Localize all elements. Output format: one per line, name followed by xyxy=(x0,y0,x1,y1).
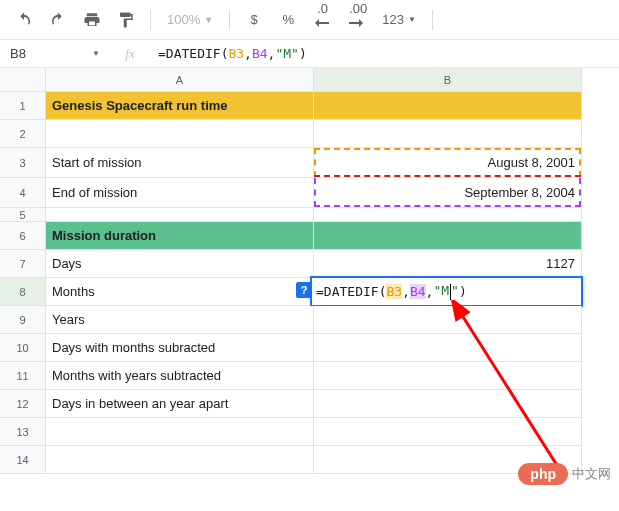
toolbar-separator xyxy=(150,10,151,30)
row-header-11[interactable]: 11 xyxy=(0,362,46,390)
cell-a14[interactable] xyxy=(46,446,314,474)
cell-text: Months xyxy=(52,284,95,299)
cell-a11[interactable]: Months with years subtracted xyxy=(46,362,314,390)
cell-editor[interactable]: = DATEDIF ( B3 , B4 , "M" ) xyxy=(310,276,583,307)
cell-b9[interactable] xyxy=(314,306,582,334)
row-header-9[interactable]: 9 xyxy=(0,306,46,334)
cell-b8[interactable]: ? = DATEDIF ( B3 , B4 , "M" ) xyxy=(314,278,582,306)
cell-a2[interactable] xyxy=(46,120,314,148)
format-percent-button[interactable]: % xyxy=(274,6,302,34)
editor-string: "M" xyxy=(433,283,458,300)
cell-a6[interactable]: Mission duration xyxy=(46,222,314,250)
spreadsheet-grid: A B 1 Genesis Spacecraft run time 2 3 St… xyxy=(0,68,619,474)
formula-ref2: B4 xyxy=(252,46,268,61)
cell-a8[interactable]: Months xyxy=(46,278,314,306)
more-formats-dropdown[interactable]: 123 ▼ xyxy=(376,6,422,34)
formula-ref1: B3 xyxy=(228,46,244,61)
cell-a3[interactable]: Start of mission xyxy=(46,148,314,178)
editor-equals: = xyxy=(316,284,324,299)
cell-a10[interactable]: Days with months subracted xyxy=(46,334,314,362)
cell-text: August 8, 2001 xyxy=(488,155,575,170)
active-cell-name: B8 xyxy=(10,46,92,61)
cell-text: 1127 xyxy=(546,256,575,271)
toolbar-separator xyxy=(229,10,230,30)
select-all-corner[interactable] xyxy=(0,68,46,92)
row-header-3[interactable]: 3 xyxy=(0,148,46,178)
format-currency-button[interactable]: $ xyxy=(240,6,268,34)
text-cursor xyxy=(450,284,451,300)
row-header-13[interactable]: 13 xyxy=(0,418,46,446)
cell-text: Mission duration xyxy=(52,228,156,243)
formula-comma: , xyxy=(268,46,276,61)
row-header-2[interactable]: 2 xyxy=(0,120,46,148)
chevron-down-icon: ▼ xyxy=(408,15,416,24)
cell-b12[interactable] xyxy=(314,390,582,418)
cell-text: Days xyxy=(52,256,82,271)
cell-b13[interactable] xyxy=(314,418,582,446)
namebox-row: B8 ▼ fx = DATEDIF ( B3 , B4 , "M" ) xyxy=(0,40,619,68)
cell-b1[interactable] xyxy=(314,92,582,120)
cell-a9[interactable]: Years xyxy=(46,306,314,334)
chevron-down-icon: ▼ xyxy=(92,49,100,58)
name-box[interactable]: B8 ▼ xyxy=(0,40,110,67)
row-header-1[interactable]: 1 xyxy=(0,92,46,120)
formula-bar[interactable]: = DATEDIF ( B3 , B4 , "M" ) xyxy=(150,40,619,67)
fx-icon: fx xyxy=(110,46,150,62)
decrease-decimal-button[interactable]: .0 xyxy=(308,6,336,34)
cell-a5[interactable] xyxy=(46,208,314,222)
cell-text: Genesis Spacecraft run time xyxy=(52,98,228,113)
cell-b3[interactable]: August 8, 2001 xyxy=(314,148,582,178)
editor-ref2: B4 xyxy=(410,284,426,299)
formula-comma: , xyxy=(244,46,252,61)
formula-equals: = xyxy=(158,46,166,61)
cell-b11[interactable] xyxy=(314,362,582,390)
column-header-a[interactable]: A xyxy=(46,68,314,92)
formula-close-paren: ) xyxy=(299,46,307,61)
formula-string: "M" xyxy=(275,46,298,61)
editor-comma: , xyxy=(426,284,434,299)
row-header-12[interactable]: 12 xyxy=(0,390,46,418)
print-button[interactable] xyxy=(78,6,106,34)
editor-comma: , xyxy=(402,284,410,299)
cell-a12[interactable]: Days in between an year apart xyxy=(46,390,314,418)
row-header-7[interactable]: 7 xyxy=(0,250,46,278)
cell-a1[interactable]: Genesis Spacecraft run time xyxy=(46,92,314,120)
undo-button[interactable] xyxy=(10,6,38,34)
formula-open-paren: ( xyxy=(221,46,229,61)
cell-b4[interactable]: September 8, 2004 xyxy=(314,178,582,208)
zoom-dropdown[interactable]: 100% ▼ xyxy=(161,12,219,27)
row-header-6[interactable]: 6 xyxy=(0,222,46,250)
cell-b6[interactable] xyxy=(314,222,582,250)
cell-text: Days with months subracted xyxy=(52,340,215,355)
chevron-down-icon: ▼ xyxy=(204,15,213,25)
row-header-8[interactable]: 8 xyxy=(0,278,46,306)
range-highlight-b3-bottom xyxy=(314,175,581,177)
cell-b10[interactable] xyxy=(314,334,582,362)
cell-a4[interactable]: End of mission xyxy=(46,178,314,208)
cell-text: Start of mission xyxy=(52,155,142,170)
cell-b5[interactable] xyxy=(314,208,582,222)
zoom-value: 100% xyxy=(167,12,200,27)
row-header-14[interactable]: 14 xyxy=(0,446,46,474)
num-format-label: 123 xyxy=(382,12,404,27)
cell-b14[interactable] xyxy=(314,446,582,474)
cell-text: End of mission xyxy=(52,185,137,200)
toolbar-separator xyxy=(432,10,433,30)
redo-button[interactable] xyxy=(44,6,72,34)
row-header-10[interactable]: 10 xyxy=(0,334,46,362)
column-header-b[interactable]: B xyxy=(314,68,582,92)
cell-b2[interactable] xyxy=(314,120,582,148)
cell-text: Months with years subtracted xyxy=(52,368,221,383)
paint-format-button[interactable] xyxy=(112,6,140,34)
cell-text: September 8, 2004 xyxy=(464,185,575,200)
editor-function: DATEDIF xyxy=(324,284,379,299)
row-header-4[interactable]: 4 xyxy=(0,178,46,208)
cell-a13[interactable] xyxy=(46,418,314,446)
cell-b7[interactable]: 1127 xyxy=(314,250,582,278)
row-header-5[interactable]: 5 xyxy=(0,208,46,222)
cell-a7[interactable]: Days xyxy=(46,250,314,278)
cell-text: Years xyxy=(52,312,85,327)
formula-function: DATEDIF xyxy=(166,46,221,61)
increase-decimal-button[interactable]: .00 xyxy=(342,6,370,34)
cell-text: Days in between an year apart xyxy=(52,396,228,411)
